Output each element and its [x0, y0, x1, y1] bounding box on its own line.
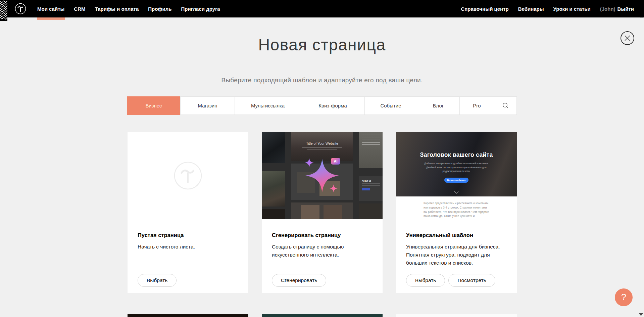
- next-template-preview[interactable]: [396, 314, 517, 317]
- new-page-modal: Мои сайты CRM Тарифы и оплата Профиль Пр…: [0, 0, 644, 317]
- template-card-ai-generate: Title of Your Website About us: [262, 132, 383, 293]
- scrollbar-down-arrow[interactable]: [639, 313, 643, 316]
- card-description: Создать страницу с помощью искусственног…: [272, 243, 373, 259]
- search-icon: [502, 102, 509, 109]
- page-title: Новая страница: [0, 36, 644, 54]
- preview-tile-bottom: [291, 202, 353, 219]
- tab-blog[interactable]: Блог: [417, 97, 460, 115]
- preview-tile-page: [359, 132, 383, 168]
- top-navbar: Мои сайты CRM Тарифы и оплата Профиль Пр…: [0, 0, 644, 17]
- ai-badge: AI: [331, 158, 340, 165]
- nav-invite-friend[interactable]: Пригласи друга: [181, 0, 220, 17]
- next-template-preview[interactable]: [128, 314, 248, 317]
- preview-tile-desk: [262, 132, 285, 163]
- tilda-watermark-icon: [173, 161, 203, 190]
- card-description: Начать с чистого листа.: [138, 243, 238, 251]
- template-card-universal: Заголовок вашего сайта Добавьте интересн…: [396, 132, 517, 293]
- preview-body: Коротко представьтесь и расскажите о ком…: [396, 196, 517, 219]
- preview-body-text: Коротко представьтесь и расскажите о ком…: [424, 201, 489, 219]
- tab-event[interactable]: Событие: [365, 97, 417, 115]
- view-universal-button[interactable]: Посмотреть: [448, 274, 495, 287]
- tab-multilink[interactable]: Мультиссылка: [235, 97, 301, 115]
- preview-tile-room: [262, 171, 285, 207]
- preview-about-label: About us: [362, 180, 380, 182]
- template-cards-row: Пустая страница Начать с чистого листа. …: [128, 132, 517, 293]
- preview-hero: Заголовок вашего сайта Добавьте интересн…: [396, 132, 517, 196]
- user-block: (John) Выйти: [600, 0, 634, 17]
- tab-shop[interactable]: Магазин: [181, 97, 235, 115]
- template-card-blank: Пустая страница Начать с чистого листа. …: [128, 132, 248, 293]
- nav-tariffs[interactable]: Тарифы и оплата: [95, 0, 139, 17]
- card-actions: Сгенерировать: [272, 274, 326, 287]
- card-actions: Выбрать Посмотреть: [406, 274, 495, 287]
- preview-heading: Заголовок вашего сайта: [396, 132, 517, 158]
- tilda-logo-icon[interactable]: [15, 3, 26, 14]
- next-row-previews: [128, 314, 517, 317]
- nav-crm[interactable]: CRM: [74, 0, 85, 17]
- select-blank-button[interactable]: Выбрать: [138, 274, 177, 287]
- help-button[interactable]: ?: [615, 288, 633, 306]
- zigzag-decoration: [0, 0, 7, 21]
- preview-cta-button: Целевое действие: [444, 178, 468, 183]
- generate-button[interactable]: Сгенерировать: [272, 274, 326, 287]
- card-title: Пустая страница: [138, 232, 238, 238]
- tab-quiz-form[interactable]: Квиз-форма: [301, 97, 365, 115]
- card-actions: Выбрать: [138, 274, 177, 287]
- template-category-tabs: Бизнес Магазин Мультиссылка Квиз-форма С…: [127, 96, 517, 115]
- select-universal-button[interactable]: Выбрать: [406, 274, 445, 287]
- preview-site-title: Title of Your Website: [291, 132, 353, 145]
- tab-search[interactable]: [494, 97, 516, 115]
- preview-tile-about: About us: [359, 176, 383, 201]
- tab-pro[interactable]: Pro: [460, 97, 494, 115]
- card-description: Универсальная страница для бизнеса. Поня…: [406, 243, 507, 267]
- navbar-right-menu: Справочный центр Вебинары Уроки и статьи…: [461, 0, 634, 17]
- logout-link[interactable]: Выйти: [617, 6, 634, 12]
- card-title: Универсальный шаблон: [406, 232, 507, 238]
- navbar-left-menu: Мои сайты CRM Тарифы и оплата Профиль Пр…: [37, 0, 220, 17]
- nav-lessons[interactable]: Уроки и статьи: [553, 0, 591, 17]
- nav-profile[interactable]: Профиль: [148, 0, 171, 17]
- card-title: Сгенерировать страницу: [272, 232, 373, 238]
- nav-webinars[interactable]: Вебинары: [518, 0, 544, 17]
- user-name: (John): [600, 6, 615, 12]
- chevron-down-icon: [454, 191, 459, 194]
- nav-my-sites[interactable]: Мои сайты: [37, 0, 64, 17]
- preview-subheading: Добавьте интересные подробности о вашей …: [420, 162, 493, 173]
- blank-page-preview[interactable]: [128, 132, 248, 219]
- ai-generate-preview[interactable]: Title of Your Website About us: [262, 132, 383, 219]
- next-template-preview[interactable]: [262, 314, 383, 317]
- page-subtitle: Выберите подходящий шаблон и адаптируйте…: [0, 77, 644, 84]
- nav-help-center[interactable]: Справочный центр: [461, 0, 508, 17]
- universal-template-preview[interactable]: Заголовок вашего сайта Добавьте интересн…: [396, 132, 517, 219]
- tab-business[interactable]: Бизнес: [127, 96, 181, 115]
